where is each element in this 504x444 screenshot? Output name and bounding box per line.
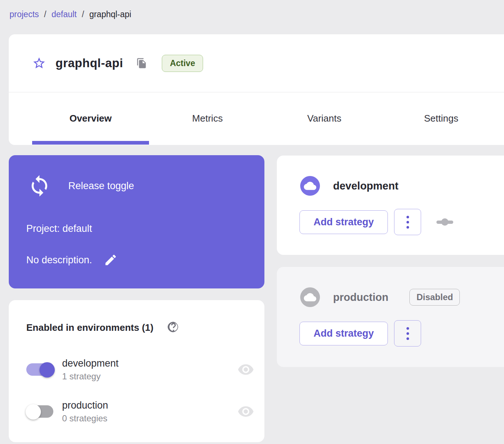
cloud-icon [300,287,320,307]
environment-card-name: development [333,180,398,192]
breadcrumb-projects-link[interactable]: projects [9,9,39,19]
kebab-menu-icon[interactable] [394,320,421,347]
development-toggle-switch[interactable] [26,361,54,378]
favorite-star-icon[interactable] [32,56,46,70]
add-strategy-button[interactable]: Add strategy [299,322,388,345]
switch-thumb [26,404,41,420]
toggle-type-label: Release toggle [68,180,134,192]
tab-bar: Overview Metrics Variants Settings [9,92,504,145]
status-badge: Active [162,55,203,72]
tab-settings[interactable]: Settings [383,92,500,145]
environment-row-text: development 1 strategy [62,358,119,382]
feature-header-card: graphql-api Active Overview Metrics Vari… [9,34,504,145]
description-label: No description. [26,254,92,266]
sync-icon [28,174,51,198]
help-icon[interactable] [167,321,180,334]
enabled-environments-panel: Enabled in environments (1) development … [9,300,264,442]
environment-name: production [62,400,108,411]
production-toggle-switch[interactable] [26,403,54,420]
disabled-badge: Disabled [409,289,460,306]
release-toggle-card: Release toggle Project: default No descr… [9,155,264,288]
environment-row-development: development 1 strategy [26,354,264,385]
switch-thumb [39,362,55,378]
description-row: No description. [26,253,118,267]
environment-card-development: development Add strategy [277,156,504,255]
breadcrumb-default-link[interactable]: default [51,9,77,19]
tab-variants[interactable]: Variants [266,92,383,145]
environment-card-actions: Add strategy [299,209,453,235]
page-title: graphql-api [56,56,123,70]
environment-card-name: production [333,291,388,303]
active-tab-indicator [32,141,149,145]
eye-icon[interactable] [237,361,254,378]
project-label: Project: default [26,223,92,234]
feature-title-row: graphql-api Active [9,34,504,92]
environment-row-production: production 0 strategies [26,396,264,427]
edit-description-pencil-icon[interactable] [104,253,118,267]
panel-title: Enabled in environments (1) [26,322,153,333]
copy-icon[interactable] [136,58,147,69]
breadcrumb-current: graphql-api [89,9,131,19]
environment-card-header: production Disabled [277,267,504,307]
strategy-count: 1 strategy [62,371,119,382]
environment-card-header: development [277,156,504,196]
add-strategy-button[interactable]: Add strategy [299,210,388,234]
tab-overview[interactable]: Overview [32,92,149,145]
panel-title-row: Enabled in environments (1) [26,321,180,334]
tab-metrics[interactable]: Metrics [149,92,266,145]
release-card-header: Release toggle [9,155,264,198]
environment-card-production: production Disabled Add strategy [277,267,504,367]
strategy-count: 0 strategies [62,413,108,424]
environment-row-text: production 0 strategies [62,400,108,424]
environment-card-actions: Add strategy [299,320,421,347]
strategy-slider-icon [436,218,453,226]
kebab-menu-icon[interactable] [394,209,421,235]
cloud-icon [300,176,320,196]
breadcrumb-separator: / [82,9,84,19]
environment-name: development [62,358,119,369]
breadcrumb: projects / default / graphql-api [9,9,131,19]
eye-icon[interactable] [237,403,254,420]
breadcrumb-separator: / [44,9,46,19]
